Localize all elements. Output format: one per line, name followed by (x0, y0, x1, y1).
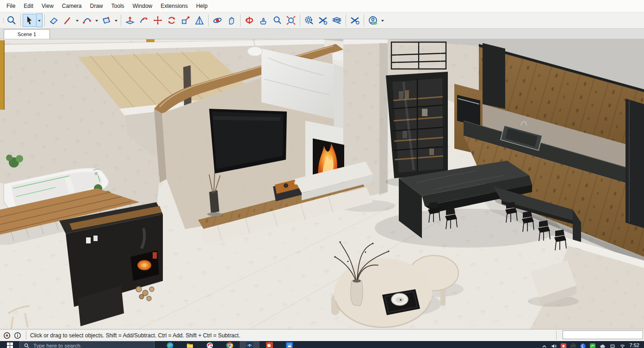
menu-bar: File Edit View Camera Draw Tools Window … (0, 0, 644, 12)
taskbar-apps (160, 341, 299, 348)
start-button[interactable] (0, 341, 19, 348)
scene-tab-bar: Scene 1 (0, 29, 644, 39)
status-bar: Click or drag to select objects. Shift =… (0, 329, 644, 341)
orbit-icon[interactable] (211, 14, 224, 27)
taskbar-search[interactable] (19, 341, 155, 348)
system-tray: 7:52 (542, 341, 644, 348)
tray-app-red-icon[interactable] (561, 342, 566, 348)
follow-me-icon[interactable] (137, 14, 151, 27)
position-camera-icon[interactable] (256, 14, 270, 27)
move-tool-icon[interactable] (151, 14, 165, 27)
extension-layers-icon[interactable] (330, 14, 344, 27)
menu-edit[interactable]: Edit (19, 3, 37, 9)
extension-cut-b-icon[interactable] (348, 14, 362, 27)
zoom-window-icon[interactable] (5, 14, 19, 27)
status-hint: Click or drag to select objects. Shift =… (30, 332, 240, 339)
tray-chevron-icon[interactable] (542, 342, 547, 348)
range-hood (483, 43, 505, 109)
sign-in-avatar-icon[interactable] (366, 14, 380, 27)
powerpoint-icon[interactable] (260, 341, 279, 348)
menu-window[interactable]: Window (129, 3, 157, 9)
scene-tab[interactable]: Scene 1 (4, 29, 50, 39)
menu-extensions[interactable]: Extensions (156, 3, 192, 9)
menu-draw[interactable]: Draw (86, 3, 107, 9)
search-input[interactable] (32, 342, 150, 348)
taskbar: 7:52 (0, 341, 644, 348)
rectangle-tool-icon[interactable] (99, 14, 113, 27)
push-pull-icon[interactable] (123, 14, 137, 27)
toolbar: ⋮ (0, 12, 644, 29)
menu-help[interactable]: Help (192, 3, 212, 9)
select-tool-dropdown-icon[interactable] (37, 13, 43, 27)
search-icon (24, 343, 29, 348)
eraser-icon[interactable] (47, 14, 61, 27)
sketchup-icon[interactable] (240, 341, 260, 348)
zoom-extents-icon[interactable] (284, 14, 298, 27)
freehand-tool-icon[interactable] (61, 14, 74, 27)
rectangle-tool-dropdown-icon[interactable] (113, 14, 119, 27)
zoom-icon[interactable] (270, 14, 284, 27)
toolbar-separator (20, 14, 21, 26)
windows-logo-icon (7, 342, 13, 348)
toolbar-separator (208, 14, 209, 26)
status-separator (26, 331, 26, 340)
toolbar-separator (240, 14, 241, 26)
protractor-icon[interactable] (192, 14, 206, 27)
info-icon[interactable] (14, 332, 21, 339)
file-explorer-icon[interactable] (180, 341, 200, 348)
freehand-tool-dropdown-icon[interactable] (74, 14, 80, 27)
chrome-icon[interactable] (220, 341, 240, 348)
extension-cut-a-icon[interactable] (316, 14, 330, 27)
arc-tool-dropdown-icon[interactable] (94, 14, 99, 27)
rotate-tool-icon[interactable] (165, 14, 179, 27)
menu-camera[interactable]: Camera (58, 3, 86, 9)
previous-view-icon[interactable] (242, 14, 256, 27)
bluetooth-icon[interactable] (580, 342, 586, 348)
stove-fire (137, 260, 151, 270)
volume-icon[interactable] (551, 342, 557, 348)
scale-tool-icon[interactable] (179, 14, 192, 27)
toolbar-separator (346, 14, 346, 26)
sketchup-window: File Edit View Camera Draw Tools Window … (0, 0, 644, 348)
network-icon[interactable] (619, 342, 625, 348)
geolocation-icon[interactable] (3, 332, 11, 339)
tray-app-green-icon[interactable] (590, 342, 595, 348)
toolbar-separator (121, 14, 121, 26)
toolbar-grip[interactable]: ⋮ (1, 19, 5, 22)
status-separator (556, 331, 557, 340)
measurements-input[interactable] (563, 330, 643, 339)
select-tool-icon[interactable] (23, 14, 37, 27)
render-canvas[interactable] (0, 39, 644, 329)
toolbar-separator (300, 14, 300, 26)
menu-tools[interactable]: Tools (107, 3, 129, 9)
extension-search-icon[interactable] (302, 14, 316, 27)
edge-icon[interactable] (160, 341, 180, 348)
sign-in-dropdown-icon[interactable] (380, 14, 385, 27)
tray-app-dark-icon[interactable] (570, 342, 576, 348)
display-cabinet (385, 72, 452, 187)
pan-icon[interactable] (224, 14, 238, 27)
arc-tool-icon[interactable] (80, 14, 94, 27)
menu-view[interactable]: View (37, 3, 58, 9)
tray-device-icon[interactable] (610, 342, 615, 348)
cloud-icon[interactable] (600, 342, 606, 348)
fridge (625, 99, 644, 228)
viewport[interactable] (0, 39, 644, 329)
taskbar-clock[interactable]: 7:52 (630, 342, 639, 348)
browser-icon[interactable] (200, 341, 220, 348)
menu-file[interactable]: File (2, 3, 19, 9)
toolbar-separator (44, 14, 45, 26)
toolbar-separator (364, 14, 364, 26)
photos-icon[interactable] (279, 341, 299, 348)
